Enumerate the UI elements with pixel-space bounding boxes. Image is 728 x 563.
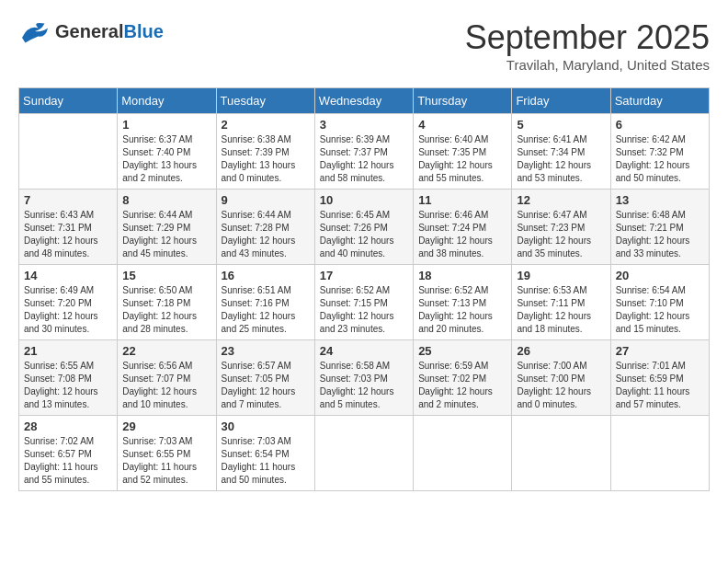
calendar-table: SundayMondayTuesdayWednesdayThursdayFrid… <box>18 87 710 491</box>
day-number: 7 <box>24 193 112 207</box>
day-number: 13 <box>616 193 704 207</box>
day-info: Sunrise: 6:53 AMSunset: 7:11 PMDaylight:… <box>517 284 605 336</box>
calendar-cell: 5Sunrise: 6:41 AMSunset: 7:34 PMDaylight… <box>512 114 610 190</box>
calendar-cell: 3Sunrise: 6:39 AMSunset: 7:37 PMDaylight… <box>314 114 413 190</box>
day-info: Sunrise: 6:42 AMSunset: 7:32 PMDaylight:… <box>616 133 704 185</box>
calendar-week-row: 1Sunrise: 6:37 AMSunset: 7:40 PMDaylight… <box>19 114 710 190</box>
day-info: Sunrise: 7:02 AMSunset: 6:57 PMDaylight:… <box>24 435 112 487</box>
day-info: Sunrise: 6:45 AMSunset: 7:26 PMDaylight:… <box>320 209 408 260</box>
calendar-cell: 22Sunrise: 6:56 AMSunset: 7:07 PMDayligh… <box>118 340 216 416</box>
day-number: 14 <box>24 269 112 282</box>
day-number: 21 <box>24 344 112 358</box>
day-number: 2 <box>222 118 310 132</box>
calendar-cell: 1Sunrise: 6:37 AMSunset: 7:40 PMDaylight… <box>118 114 216 190</box>
calendar-cell: 15Sunrise: 6:50 AMSunset: 7:18 PMDayligh… <box>118 265 216 340</box>
calendar-cell: 21Sunrise: 6:55 AMSunset: 7:08 PMDayligh… <box>19 340 118 416</box>
day-info: Sunrise: 6:52 AMSunset: 7:15 PMDaylight:… <box>320 284 408 336</box>
title-section: September 2025 Travilah, Maryland, Unite… <box>465 18 710 73</box>
day-info: Sunrise: 6:47 AMSunset: 7:23 PMDaylight:… <box>517 209 605 260</box>
day-number: 18 <box>418 269 506 282</box>
day-info: Sunrise: 6:54 AMSunset: 7:10 PMDaylight:… <box>616 284 704 336</box>
day-info: Sunrise: 6:52 AMSunset: 7:13 PMDaylight:… <box>418 284 506 336</box>
header-day-monday: Monday <box>118 88 216 114</box>
calendar-week-row: 21Sunrise: 6:55 AMSunset: 7:08 PMDayligh… <box>19 340 710 416</box>
calendar-cell: 23Sunrise: 6:57 AMSunset: 7:05 PMDayligh… <box>216 340 314 416</box>
calendar-cell: 25Sunrise: 6:59 AMSunset: 7:02 PMDayligh… <box>414 340 512 416</box>
day-info: Sunrise: 7:01 AMSunset: 6:59 PMDaylight:… <box>616 360 704 411</box>
calendar-cell: 20Sunrise: 6:54 AMSunset: 7:10 PMDayligh… <box>610 265 709 340</box>
day-number: 19 <box>517 269 605 282</box>
month-title: September 2025 <box>465 18 710 57</box>
page-header: GeneralBlue September 2025 Travilah, Mar… <box>18 18 710 73</box>
calendar-cell: 4Sunrise: 6:40 AMSunset: 7:35 PMDaylight… <box>414 114 512 190</box>
header-day-wednesday: Wednesday <box>314 88 413 114</box>
calendar-cell: 2Sunrise: 6:38 AMSunset: 7:39 PMDaylight… <box>216 114 314 190</box>
calendar-cell: 26Sunrise: 7:00 AMSunset: 7:00 PMDayligh… <box>512 340 610 416</box>
calendar-cell <box>314 416 413 491</box>
calendar-cell: 24Sunrise: 6:58 AMSunset: 7:03 PMDayligh… <box>314 340 413 416</box>
header-day-sunday: Sunday <box>19 88 118 114</box>
day-info: Sunrise: 6:40 AMSunset: 7:35 PMDaylight:… <box>418 133 506 185</box>
calendar-cell: 12Sunrise: 6:47 AMSunset: 7:23 PMDayligh… <box>512 190 610 265</box>
calendar-cell: 18Sunrise: 6:52 AMSunset: 7:13 PMDayligh… <box>414 265 512 340</box>
calendar-cell: 9Sunrise: 6:44 AMSunset: 7:28 PMDaylight… <box>216 190 314 265</box>
logo: GeneralBlue <box>18 18 164 44</box>
day-info: Sunrise: 6:43 AMSunset: 7:31 PMDaylight:… <box>24 209 112 260</box>
day-info: Sunrise: 6:55 AMSunset: 7:08 PMDaylight:… <box>24 360 112 411</box>
day-number: 28 <box>24 419 112 433</box>
day-info: Sunrise: 6:56 AMSunset: 7:07 PMDaylight:… <box>122 360 210 411</box>
logo-icon <box>18 18 51 44</box>
day-info: Sunrise: 6:51 AMSunset: 7:16 PMDaylight:… <box>222 284 310 336</box>
calendar-cell: 10Sunrise: 6:45 AMSunset: 7:26 PMDayligh… <box>314 190 413 265</box>
day-number: 11 <box>418 193 506 207</box>
day-info: Sunrise: 6:41 AMSunset: 7:34 PMDaylight:… <box>517 133 605 185</box>
header-day-friday: Friday <box>512 88 610 114</box>
day-number: 23 <box>222 344 310 358</box>
header-day-saturday: Saturday <box>610 88 709 114</box>
day-info: Sunrise: 6:59 AMSunset: 7:02 PMDaylight:… <box>418 360 506 411</box>
day-info: Sunrise: 6:37 AMSunset: 7:40 PMDaylight:… <box>122 133 210 185</box>
day-number: 10 <box>320 193 408 207</box>
calendar-week-row: 7Sunrise: 6:43 AMSunset: 7:31 PMDaylight… <box>19 190 710 265</box>
day-number: 20 <box>616 269 704 282</box>
calendar-cell: 14Sunrise: 6:49 AMSunset: 7:20 PMDayligh… <box>19 265 118 340</box>
day-number: 8 <box>122 193 210 207</box>
calendar-cell <box>512 416 610 491</box>
day-info: Sunrise: 6:58 AMSunset: 7:03 PMDaylight:… <box>320 360 408 411</box>
day-info: Sunrise: 7:00 AMSunset: 7:00 PMDaylight:… <box>517 360 605 411</box>
day-number: 17 <box>320 269 408 282</box>
day-info: Sunrise: 6:46 AMSunset: 7:24 PMDaylight:… <box>418 209 506 260</box>
day-number: 30 <box>222 419 310 433</box>
day-number: 29 <box>122 419 210 433</box>
header-day-thursday: Thursday <box>414 88 512 114</box>
day-info: Sunrise: 6:39 AMSunset: 7:37 PMDaylight:… <box>320 133 408 185</box>
calendar-cell: 28Sunrise: 7:02 AMSunset: 6:57 PMDayligh… <box>19 416 118 491</box>
day-number: 4 <box>418 118 506 132</box>
day-info: Sunrise: 7:03 AMSunset: 6:54 PMDaylight:… <box>222 435 310 487</box>
day-info: Sunrise: 6:49 AMSunset: 7:20 PMDaylight:… <box>24 284 112 336</box>
day-number: 12 <box>517 193 605 207</box>
header-day-tuesday: Tuesday <box>216 88 314 114</box>
day-number: 9 <box>222 193 310 207</box>
day-number: 6 <box>616 118 704 132</box>
calendar-cell: 11Sunrise: 6:46 AMSunset: 7:24 PMDayligh… <box>414 190 512 265</box>
day-info: Sunrise: 6:38 AMSunset: 7:39 PMDaylight:… <box>222 133 310 185</box>
calendar-cell: 27Sunrise: 7:01 AMSunset: 6:59 PMDayligh… <box>610 340 709 416</box>
calendar-cell: 6Sunrise: 6:42 AMSunset: 7:32 PMDaylight… <box>610 114 709 190</box>
day-number: 15 <box>122 269 210 282</box>
calendar-cell: 8Sunrise: 6:44 AMSunset: 7:29 PMDaylight… <box>118 190 216 265</box>
logo-text: GeneralBlue <box>55 21 164 41</box>
calendar-cell: 29Sunrise: 7:03 AMSunset: 6:55 PMDayligh… <box>118 416 216 491</box>
calendar-cell: 17Sunrise: 6:52 AMSunset: 7:15 PMDayligh… <box>314 265 413 340</box>
day-info: Sunrise: 6:44 AMSunset: 7:28 PMDaylight:… <box>222 209 310 260</box>
day-info: Sunrise: 6:44 AMSunset: 7:29 PMDaylight:… <box>122 209 210 260</box>
calendar-cell: 19Sunrise: 6:53 AMSunset: 7:11 PMDayligh… <box>512 265 610 340</box>
day-number: 16 <box>222 269 310 282</box>
calendar-cell: 30Sunrise: 7:03 AMSunset: 6:54 PMDayligh… <box>216 416 314 491</box>
calendar-cell <box>414 416 512 491</box>
day-number: 26 <box>517 344 605 358</box>
day-info: Sunrise: 6:50 AMSunset: 7:18 PMDaylight:… <box>122 284 210 336</box>
calendar-cell: 13Sunrise: 6:48 AMSunset: 7:21 PMDayligh… <box>610 190 709 265</box>
calendar-cell: 16Sunrise: 6:51 AMSunset: 7:16 PMDayligh… <box>216 265 314 340</box>
day-info: Sunrise: 6:48 AMSunset: 7:21 PMDaylight:… <box>616 209 704 260</box>
